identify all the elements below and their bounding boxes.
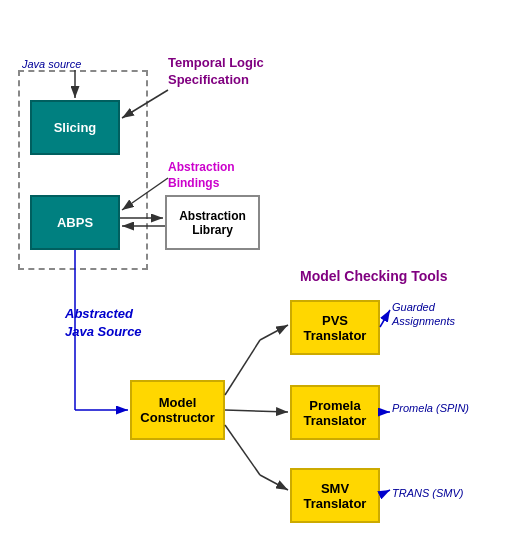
pvs-translator-box: PVSTranslator — [290, 300, 380, 355]
svg-line-14 — [260, 475, 288, 490]
abps-box: ABPS — [30, 195, 120, 250]
abstraction-library-box: AbstractionLibrary — [165, 195, 260, 250]
temporal-logic-label: Temporal LogicSpecification — [168, 55, 264, 89]
guarded-assignments-label: GuardedAssignments — [392, 300, 455, 329]
svg-line-15 — [380, 310, 390, 327]
smv-translator-box: SMVTranslator — [290, 468, 380, 523]
svg-line-13 — [225, 425, 260, 475]
abstracted-java-source-label: AbstractedJava Source — [65, 305, 142, 341]
diagram: Java source Temporal LogicSpecification … — [0, 0, 513, 537]
java-source-label: Java source — [22, 58, 81, 70]
svg-line-11 — [260, 325, 288, 340]
promela-translator-box: PromelaTranslator — [290, 385, 380, 440]
model-constructor-box: ModelConstructor — [130, 380, 225, 440]
svg-line-10 — [225, 340, 260, 395]
slicing-box: Slicing — [30, 100, 120, 155]
promela-spin-label: Promela (SPIN) — [392, 402, 469, 414]
trans-smv-label: TRANS (SMV) — [392, 487, 464, 499]
model-checking-tools-label: Model Checking Tools — [300, 268, 448, 284]
svg-line-12 — [225, 410, 288, 412]
svg-line-17 — [380, 490, 390, 495]
abstraction-bindings-label: AbstractionBindings — [168, 160, 235, 191]
